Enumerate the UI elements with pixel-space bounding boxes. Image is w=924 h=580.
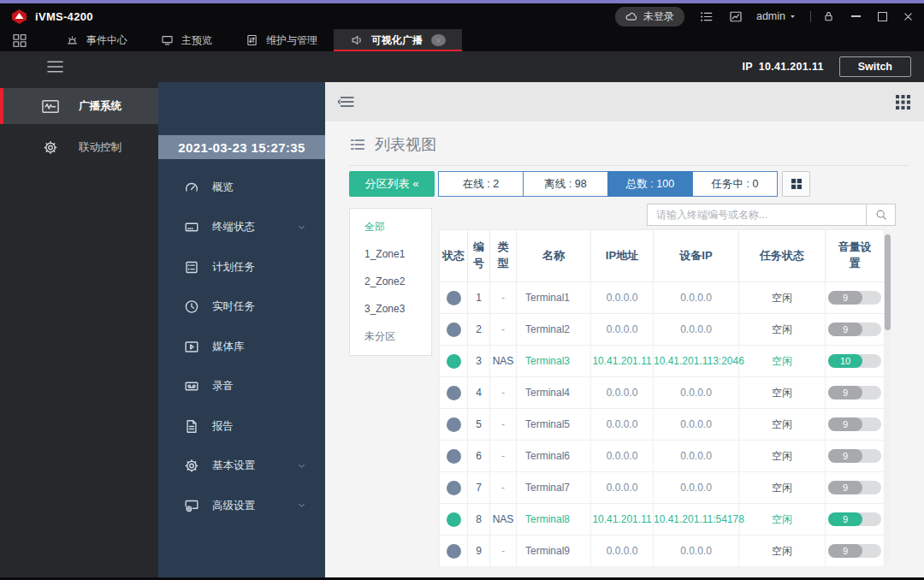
tape-icon — [184, 379, 199, 394]
tab-label: 可视化广播 — [371, 33, 423, 48]
plan-icon — [184, 260, 199, 275]
sidebar-item-8[interactable]: 基本设置 — [158, 447, 325, 487]
sidebar-item-4[interactable]: 实时任务 — [158, 287, 325, 328]
sidebar-item-label: 媒体库 — [212, 340, 245, 354]
module-tab-4[interactable]: 可视化广播 — [334, 29, 462, 51]
module-tab-1[interactable]: 事件中心 — [49, 29, 144, 51]
close-button[interactable] — [903, 11, 914, 22]
sidebar-item-label: 终端状态 — [212, 220, 255, 234]
app-window: iVMS-4200 未登录 admin 事件中心主预览维护与管理可视化广播 IP — [0, 0, 924, 580]
volume-slider[interactable]: 9 — [828, 512, 881, 526]
view-header: 列表视图 — [349, 134, 436, 155]
controls-row: 分区列表 « 在线 : 2离线 : 98总数 : 100任务中 : 0 — [349, 171, 810, 197]
module-tab-2[interactable]: 主预览 — [144, 29, 228, 51]
task-queue-icon[interactable] — [700, 10, 714, 23]
advanced-icon — [184, 499, 199, 513]
sidebar-item-label: 录音 — [212, 379, 234, 394]
collapse-panel-icon[interactable] — [337, 95, 355, 109]
filter-tab-1[interactable]: 在线 : 2 — [438, 171, 524, 197]
close-tab-icon[interactable] — [431, 34, 446, 46]
table-scrollbar[interactable] — [885, 231, 891, 563]
zone-item-1[interactable]: 全部 — [350, 213, 431, 240]
zone-item-2[interactable]: 1_Zone1 — [350, 240, 431, 268]
nav-item-label: 广播系统 — [79, 99, 121, 114]
status-dot — [447, 323, 461, 337]
column-header: 任务状态 — [739, 230, 826, 282]
apps-grid-icon[interactable] — [11, 33, 28, 48]
sidebar-item-5[interactable]: 媒体库 — [158, 327, 325, 367]
filter-tab-2[interactable]: 离线 : 98 — [523, 171, 608, 197]
grid-view-button[interactable] — [782, 171, 810, 197]
table-row[interactable]: 5-Terminal50.0.0.00.0.0.0空闲9 — [440, 409, 885, 441]
user-menu[interactable]: admin — [756, 10, 797, 22]
sidebar-menu: 概览终端状态计划任务实时任务媒体库录音报告基本设置高级设置 — [158, 168, 325, 526]
gear-icon — [41, 140, 60, 155]
cloud-icon — [625, 11, 638, 21]
search-button[interactable] — [867, 204, 896, 226]
scrollbar-thumb[interactable] — [885, 234, 891, 330]
tab-label: 维护与管理 — [266, 33, 317, 48]
table-row[interactable]: 7-Terminal70.0.0.00.0.0.0空闲9 — [440, 472, 885, 504]
zone-item-4[interactable]: 3_Zone3 — [350, 295, 431, 323]
layout-grid-icon[interactable] — [896, 95, 910, 109]
ip-value: 10.41.201.11 — [759, 61, 824, 73]
nav-item-1[interactable]: 广播系统 — [0, 88, 158, 124]
table-row[interactable]: 2-Terminal20.0.0.00.0.0.0空闲9 — [440, 314, 885, 346]
nav-item-label: 联动控制 — [79, 140, 121, 155]
sidebar-item-label: 计划任务 — [212, 260, 255, 275]
volume-slider[interactable]: 9 — [828, 481, 881, 494]
login-status-label: 未登录 — [643, 9, 674, 24]
terminal-table: 状态编号类型名称IP地址设备IP任务状态音量设置 1-Terminal10.0.… — [439, 229, 885, 567]
column-header: 状态 — [440, 230, 468, 282]
table-row[interactable]: 4-Terminal40.0.0.00.0.0.0空闲9 — [440, 377, 885, 409]
statistics-icon[interactable] — [729, 10, 743, 23]
primary-sidebar: 广播系统联动控制 — [0, 82, 158, 580]
sidebar-item-2[interactable]: 终端状态 — [158, 208, 325, 248]
sidebar-item-label: 实时任务 — [212, 299, 255, 314]
user-name: admin — [756, 10, 785, 22]
module-tab-3[interactable]: 维护与管理 — [228, 29, 334, 51]
table-row[interactable]: 1-Terminal10.0.0.00.0.0.0空闲9 — [440, 282, 885, 314]
maximize-button[interactable] — [878, 12, 887, 21]
gauge-icon — [184, 181, 199, 195]
volume-slider[interactable]: 9 — [828, 323, 881, 336]
titlebar: iVMS-4200 未登录 admin — [0, 3, 924, 29]
table-row[interactable]: 3NASTerminal310.41.201.1110.41.201.113:2… — [440, 346, 885, 377]
maintenance-icon — [245, 34, 259, 46]
sidebar-item-7[interactable]: 报告 — [158, 406, 325, 447]
zone-item-5[interactable]: 未分区 — [350, 323, 431, 350]
switch-button[interactable]: Switch — [839, 56, 911, 77]
search-input[interactable] — [647, 204, 867, 226]
partition-list-toggle[interactable]: 分区列表 « — [349, 171, 435, 197]
lock-icon[interactable] — [823, 10, 834, 22]
sidebar-item-9[interactable]: 高级设置 — [158, 486, 325, 526]
login-status-button[interactable]: 未登录 — [615, 7, 684, 27]
waveform-icon — [41, 99, 60, 114]
filter-tab-4[interactable]: 任务中 : 0 — [692, 171, 778, 197]
volume-slider[interactable]: 10 — [828, 354, 881, 368]
volume-slider[interactable]: 9 — [828, 544, 881, 558]
table-header-row: 状态编号类型名称IP地址设备IP任务状态音量设置 — [440, 230, 885, 282]
sidebar-item-3[interactable]: 计划任务 — [158, 247, 325, 287]
status-dot — [447, 386, 461, 400]
app-logo-icon — [11, 9, 27, 25]
tab-label: 事件中心 — [86, 33, 127, 48]
table-row[interactable]: 9-Terminal90.0.0.00.0.0.0空闲9 — [440, 536, 885, 567]
volume-slider[interactable]: 9 — [828, 291, 881, 305]
sidebar-item-6[interactable]: 录音 — [158, 367, 325, 407]
sidebar-item-1[interactable]: 概览 — [158, 168, 325, 208]
speaker-icon — [350, 34, 364, 46]
sidebar-toggle-icon[interactable] — [45, 60, 65, 74]
volume-slider[interactable]: 9 — [828, 449, 881, 463]
table-row[interactable]: 8NASTerminal810.41.201.1110.41.201.11:54… — [440, 504, 885, 536]
volume-slider[interactable]: 9 — [828, 386, 881, 399]
table-row[interactable]: 6-Terminal60.0.0.00.0.0.0空闲9 — [440, 441, 885, 472]
chevron-down-icon — [297, 223, 306, 232]
volume-slider[interactable]: 9 — [828, 417, 881, 431]
sidebar-item-label: 概览 — [212, 181, 234, 195]
minimize-button[interactable] — [851, 15, 861, 17]
filter-tab-3[interactable]: 总数 : 100 — [607, 171, 693, 197]
search-row — [647, 204, 896, 226]
zone-item-3[interactable]: 2_Zone2 — [350, 268, 431, 295]
nav-item-2[interactable]: 联动控制 — [0, 129, 158, 165]
